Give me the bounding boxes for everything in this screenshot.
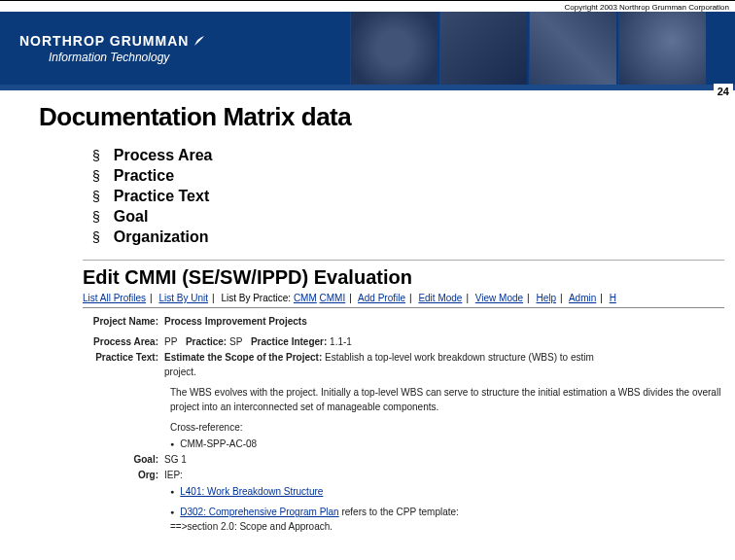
screenshot-nav: List All Profiles| List By Unit| List By…	[83, 293, 724, 308]
screenshot-title: Edit CMMI (SE/SW/IPPD) Evaluation	[83, 261, 724, 293]
page-number: 24	[714, 84, 733, 99]
banner-decorative-image	[618, 12, 706, 85]
process-area-label: Process Area:	[83, 334, 164, 349]
banner-decorative-image	[350, 12, 438, 85]
project-name: Process Improvement Projects	[164, 316, 307, 327]
company-name: NORTHROP GRUMMAN	[19, 33, 206, 49]
bullet-item: Practice Text	[92, 188, 735, 205]
nav-list-by-practice-label: List By Practice:	[221, 293, 291, 303]
bullet-item: Practice	[92, 167, 735, 185]
nav-list-by-unit[interactable]: List By Unit	[158, 293, 208, 303]
banner-image-strip	[350, 12, 706, 85]
crossref-label: Cross-reference:	[170, 422, 242, 433]
practice-text-label: Practice Text:	[83, 350, 164, 379]
copyright-line: Copyright 2003 Northrop Grumman Corporat…	[0, 0, 735, 12]
practice-paragraph: The WBS evolves with the project. Initia…	[170, 385, 724, 414]
nav-add-profile[interactable]: Add Profile	[358, 293, 405, 303]
nav-help[interactable]: Help	[536, 293, 556, 303]
nav-cmm[interactable]: CMM	[294, 293, 317, 303]
goal: SG 1	[164, 452, 724, 467]
company-text: NORTHROP GRUMMAN	[19, 33, 189, 49]
org: IEP:	[164, 468, 724, 482]
goal-label: Goal:	[83, 452, 164, 467]
practice-integer-label: Practice Integer:	[251, 336, 327, 347]
practice-integer: 1.1-1	[330, 336, 352, 347]
org-label: Org:	[83, 468, 164, 482]
process-area: PP	[164, 336, 177, 347]
slide-title: Documentation Matrix data	[0, 90, 735, 144]
division-name: Information Technology	[49, 51, 206, 64]
practice-text-tail: project.	[164, 367, 196, 377]
banner-decorative-image	[529, 12, 616, 85]
nav-h[interactable]: H	[610, 293, 616, 303]
practice-text-body: Establish a top-level work breakdown str…	[325, 352, 594, 363]
bullet-item: Organization	[92, 228, 735, 246]
project-name-label: Project Name:	[83, 314, 164, 329]
header-banner: NORTHROP GRUMMAN Information Technology	[0, 12, 735, 85]
nav-view-mode[interactable]: View Mode	[475, 293, 523, 303]
nav-edit-mode[interactable]: Edit Mode	[418, 293, 462, 303]
practice-label: Practice:	[186, 336, 227, 347]
bullet-item: Process Area	[92, 147, 735, 164]
nav-admin[interactable]: Admin	[569, 293, 596, 303]
company-logo-icon	[192, 34, 206, 48]
org-tail: refers to the CPP template:	[339, 507, 459, 517]
practice: SP	[229, 336, 242, 347]
banner-decorative-image	[439, 12, 527, 85]
org-link-l401[interactable]: L401: Work Breakdown Structure	[180, 484, 323, 499]
practice-text-title: Estimate the Scope of the Project:	[164, 352, 322, 363]
org-extra: ==>section 2.0: Scope and Approach.	[170, 519, 724, 534]
nav-cmmi[interactable]: CMMI	[320, 293, 346, 303]
crossref-item: CMM-SPP-AC-08	[170, 437, 724, 451]
embedded-screenshot: Edit CMMI (SE/SW/IPPD) Evaluation List A…	[83, 260, 724, 534]
org-link-d302[interactable]: D302: Comprehensive Program Plan	[180, 507, 338, 517]
bullet-item: Goal	[92, 208, 735, 226]
nav-list-all-profiles[interactable]: List All Profiles	[83, 293, 146, 303]
bullet-list: Process Area Practice Practice Text Goal…	[0, 147, 735, 246]
